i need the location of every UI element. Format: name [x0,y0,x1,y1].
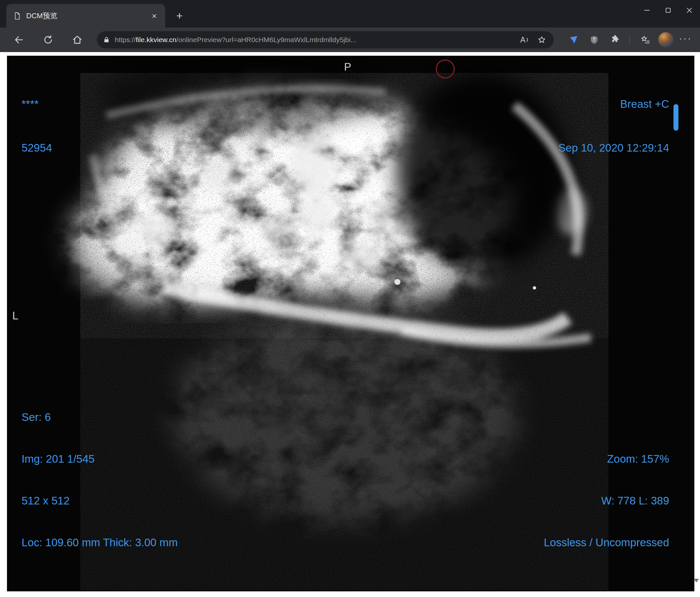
maximize-icon [664,6,672,14]
address-bar[interactable]: https://file.kkview.cn/onlinePreview?url… [97,31,554,48]
window-level-label: W: 778 L: 389 [544,494,669,508]
profile-avatar[interactable] [658,32,673,47]
read-aloud-letter: A [520,35,525,45]
url-scheme: https:// [115,36,136,44]
refresh-icon [43,34,53,45]
close-icon [685,6,693,14]
window-close-button[interactable] [679,0,700,21]
matrix-label: 512 x 512 [22,494,178,508]
zoom-label: Zoom: 157% [544,452,669,466]
window-maximize-button[interactable] [657,0,679,21]
patient-id: 52954 [22,140,52,155]
shield-t-icon: T [589,35,599,45]
blue-extension-icon [569,35,579,45]
overlay-top-left: **** 52954 [22,68,52,184]
page-document-icon [13,11,22,20]
study-datetime: Sep 10, 2020 12:29:14 [558,140,669,155]
site-lock-icon[interactable] [103,36,110,44]
dicom-canvas[interactable]: **** 52954 P Breast +C Sep 10, 2020 12:2… [7,56,694,591]
shield-letter: T [593,37,596,42]
new-tab-button[interactable]: + [173,9,186,23]
toolbar-separator [629,34,630,45]
overlay-bottom-left: Ser: 6 Img: 201 1/545 512 x 512 Loc: 109… [22,383,178,577]
more-menu-button[interactable]: ··· [677,31,694,48]
home-button[interactable] [68,30,87,49]
slice-scrollbar-thumb[interactable] [673,104,678,131]
puzzle-icon [610,35,620,45]
favorites-hub-button[interactable] [637,31,654,48]
tab-dcm-preview[interactable]: DCM预览 × [6,4,165,28]
page-content: **** 52954 P Breast +C Sep 10, 2020 12:2… [0,52,700,597]
favorites-hub-icon [641,35,651,45]
orientation-marker-left: L [12,308,18,323]
sound-wave-icon [526,36,530,44]
slice-location-label: Loc: 109.60 mm Thick: 3.00 mm [22,536,178,550]
url-text: https://file.kkview.cn/onlinePreview?url… [115,36,516,44]
read-aloud-button[interactable]: A [518,32,532,47]
page-scroll-down-arrow[interactable] [694,579,699,582]
extension-blue-button[interactable] [565,31,582,48]
extensions-button[interactable] [606,31,623,48]
series-label: Ser: 6 [22,410,178,424]
tab-strip: DCM预览 × + [0,0,700,28]
tab-close-button[interactable]: × [149,10,160,22]
orientation-marker-posterior: P [344,60,351,74]
url-path: /onlinePreview?url=aHR0cHM6Ly9maWxlLmtrd… [176,36,357,44]
refresh-button[interactable] [39,30,58,49]
tab-title: DCM预览 [26,11,144,21]
navigation-bar: https://file.kkview.cn/onlinePreview?url… [0,28,700,52]
window-controls [636,0,700,21]
star-icon [538,35,546,44]
overlay-bottom-right: Zoom: 157% W: 778 L: 389 Lossless / Unco… [544,424,669,577]
window-minimize-button[interactable] [636,0,657,21]
minimize-icon [643,6,651,14]
url-host: file.kkview.cn [136,36,176,44]
tampermonkey-button[interactable]: T [585,31,603,48]
study-label: Breast +C [558,97,669,111]
compression-label: Lossless / Uncompressed [544,536,669,550]
masked-name: **** [22,97,52,111]
image-count-label: Img: 201 1/545 [22,452,178,466]
arrow-left-icon [14,34,24,45]
favorite-star-button[interactable] [534,32,549,47]
home-icon [72,34,83,45]
overlay-top-right: Breast +C Sep 10, 2020 12:29:14 [558,68,669,184]
back-button[interactable] [9,30,28,49]
